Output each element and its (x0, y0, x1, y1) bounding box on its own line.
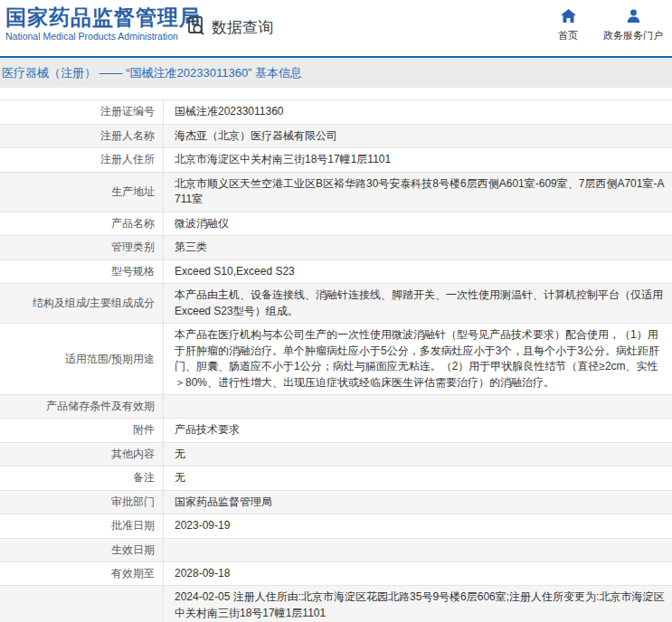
row-label: 适用范围/预期用途 (0, 324, 164, 394)
logo-subtitle: National Medical Products Administration (5, 31, 201, 42)
table-row: 附件产品技术要求 (0, 419, 672, 443)
site-header: 国家药品监督管理局 National Medical Products Admi… (0, 0, 672, 56)
table-row: 适用范围/预期用途本产品在医疗机构与本公司生产的一次性使用微波消融针（型号见产品… (0, 324, 672, 395)
row-label-text: 注册证编号 (100, 104, 155, 119)
row-value-text: 2023-09-19 (175, 518, 230, 534)
row-label: 型号规格 (0, 260, 164, 284)
row-value: 产品技术要求 (164, 419, 672, 442)
row-label: 其他内容 (0, 443, 164, 466)
document-search-icon (185, 14, 207, 40)
table-row: 生产地址北京市顺义区天竺空港工业区B区裕华路30号安泰科技8号楼6层西侧A601… (0, 173, 672, 212)
row-label-text: 注册人住所 (100, 152, 155, 167)
row-label: 注册人名称 (0, 125, 164, 148)
spacer (0, 88, 672, 99)
row-value-text: 无 (175, 470, 185, 486)
table-row: 注册证编号国械注准20233011360 (0, 100, 672, 125)
row-value: 2023-09-19 (164, 514, 672, 538)
nav-home[interactable]: 首页 (558, 9, 578, 42)
row-value: 2028-09-18 (164, 562, 672, 586)
table-row: 管理类别第三类 (0, 236, 672, 260)
row-label: 生产地址 (0, 173, 164, 212)
table-row: 产品名称微波消融仪 (0, 212, 672, 237)
table-row: 其他内容无 (0, 443, 672, 467)
row-label: 注册证编号 (0, 100, 164, 124)
row-label-text: 生效日期 (111, 542, 155, 558)
table-row: 变更情况2024-02-05 注册人住所由:北京市海淀区花园北路35号9号楼6层… (0, 586, 672, 622)
row-label: 管理类别 (0, 236, 164, 259)
table-row: 备注无 (0, 466, 672, 491)
row-value-text: 无 (175, 447, 185, 463)
row-value: 国家药品监督管理局 (164, 491, 672, 514)
row-label: 附件 (0, 419, 164, 442)
table-row: 有效期至2028-09-18 (0, 562, 672, 587)
row-label-text: 审批部门 (111, 495, 155, 510)
row-value: 海杰亚（北京）医疗器械有限公司 (164, 125, 672, 148)
row-label-text: 产品储存条件及有效期 (46, 399, 155, 414)
table-row: 型号规格Exceed S10,Exceed S23 (0, 260, 672, 285)
row-value-text: 国家药品监督管理局 (175, 495, 272, 511)
row-label-text: 批准日期 (111, 518, 155, 533)
row-label-text: 管理类别 (111, 240, 155, 255)
row-value-text: 产品技术要求 (175, 422, 240, 438)
row-label-text: 适用范围/预期用途 (65, 352, 155, 367)
row-value-text: 国械注准20233011360 (175, 104, 284, 120)
row-label: 注册人住所 (0, 148, 164, 172)
table-row: 注册人名称海杰亚（北京）医疗器械有限公司 (0, 125, 672, 149)
row-label: 产品储存条件及有效期 (0, 395, 164, 418)
info-table: 注册证编号国械注准20233011360注册人名称海杰亚（北京）医疗器械有限公司… (0, 99, 672, 622)
table-row: 注册人住所北京市海淀区中关村南三街18号17幢1层1101 (0, 148, 672, 173)
row-label-text: 结构及组成/主要组成成分 (33, 296, 155, 311)
top-nav: 首页 政务服务门户 (558, 9, 663, 42)
row-value: 本产品在医疗机构与本公司生产的一次性使用微波消融针（型号见产品技术要求）配合使用… (164, 324, 672, 394)
row-value: 北京市顺义区天竺空港工业区B区裕华路30号安泰科技8号楼6层西侧A601室-60… (164, 173, 672, 212)
row-value: 第三类 (164, 236, 672, 259)
row-label: 变更情况 (0, 586, 164, 622)
row-label-text: 型号规格 (111, 264, 155, 279)
nav-portal[interactable]: 政务服务门户 (603, 9, 663, 42)
row-value-text: Exceed S10,Exceed S23 (175, 264, 295, 280)
row-label-text: 其他内容 (111, 447, 155, 462)
row-value: 无 (164, 466, 672, 490)
table-row: 审批部门国家药品监督管理局 (0, 491, 672, 515)
row-value: 微波消融仪 (164, 212, 672, 236)
row-label: 产品名称 (0, 212, 164, 236)
breadcrumb: 医疗器械（注册） —— “国械注准20233011360” 基本信息 (0, 65, 302, 81)
row-value: 国械注准20233011360 (164, 100, 672, 124)
row-label: 生效日期 (0, 539, 164, 561)
table-row: 生效日期 (0, 539, 672, 562)
nav-home-label: 首页 (558, 29, 578, 42)
row-label: 批准日期 (0, 514, 164, 538)
row-value-text: 北京市海淀区中关村南三街18号17幢1层1101 (175, 152, 391, 168)
row-label: 审批部门 (0, 491, 164, 514)
data-query-heading: 数据查询 (185, 14, 273, 40)
table-row: 产品储存条件及有效期 (0, 395, 672, 419)
row-label: 结构及组成/主要组成成分 (0, 284, 164, 323)
row-value: 2024-02-05 注册人住所由:北京市海淀区花园北路35号9号楼6层606室… (164, 586, 672, 622)
row-value (164, 539, 672, 561)
home-icon (561, 9, 576, 26)
row-value: 北京市海淀区中关村南三街18号17幢1层1101 (164, 148, 672, 172)
nmpa-logo: 国家药品监督管理局 National Medical Products Admi… (5, 5, 201, 42)
row-value-text: 2024-02-05 注册人住所由:北京市海淀区花园北路35号9号楼6层606室… (175, 589, 665, 622)
row-label-text: 产品名称 (111, 216, 155, 231)
row-value-text: 第三类 (175, 240, 207, 256)
user-icon (627, 9, 640, 26)
row-label-text: 注册人名称 (100, 128, 155, 144)
row-label-text: 备注 (133, 470, 155, 485)
table-row: 结构及组成/主要组成成分本产品由主机、设备连接线、消融针连接线、脚踏开关、一次性… (0, 284, 672, 324)
data-query-title: 数据查询 (212, 17, 273, 38)
breadcrumb-bar: 医疗器械（注册） —— “国械注准20233011360” 基本信息 (0, 58, 672, 88)
page: 国家药品监督管理局 National Medical Products Admi… (0, 0, 672, 622)
row-value-text: 微波消融仪 (175, 216, 229, 232)
table-row: 批准日期2023-09-19 (0, 514, 672, 539)
row-label-text: 有效期至 (111, 566, 155, 581)
row-label: 有效期至 (0, 562, 164, 586)
row-value-text: 本产品由主机、设备连接线、消融针连接线、脚踏开关、一次性使用测温针、计算机控制平… (175, 287, 665, 319)
row-label-text: 生产地址 (111, 184, 155, 200)
row-value-text: 北京市顺义区天竺空港工业区B区裕华路30号安泰科技8号楼6层西侧A601室-60… (175, 176, 665, 208)
logo-title: 国家药品监督管理局 (5, 5, 201, 29)
row-label-text: 附件 (133, 422, 155, 438)
row-value: 无 (164, 443, 672, 466)
row-value-text: 海杰亚（北京）医疗器械有限公司 (175, 128, 337, 145)
row-value-text: 2028-09-18 (175, 566, 230, 582)
